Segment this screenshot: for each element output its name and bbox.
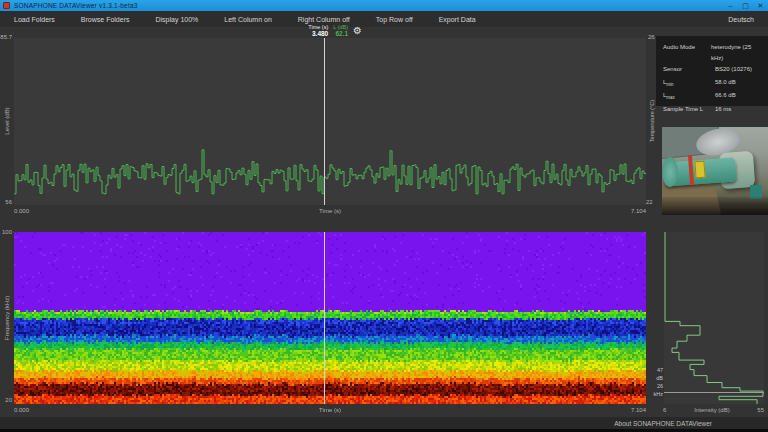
settings-gear-icon[interactable]: ⚙	[353, 24, 362, 37]
temp-y-min-label: 22	[646, 199, 653, 205]
level-y-axis-title: Level (dB)	[4, 107, 10, 134]
info-value-sensor: BS20 (10276)	[715, 64, 752, 77]
cursor-readout: Time (s) 3.480 L (dB) 62.1 ⚙	[198, 24, 362, 39]
level-x-axis-title: Time (s)	[319, 208, 341, 214]
info-value-lmax: 66.6 dB	[715, 90, 736, 103]
about-link[interactable]: About SONAPHONE DATAViewer	[614, 420, 712, 427]
menu-item-left-column-toggle[interactable]: Left Column on	[220, 14, 275, 25]
info-value-lmin: 58.0 dB	[715, 77, 736, 90]
spectrogram-chart[interactable]	[14, 232, 646, 404]
time-cursor-spectrogram[interactable]	[324, 232, 325, 404]
info-value-audio-mode: heterodyne (25 kHz)	[711, 42, 761, 64]
readout-level-value: 62.1	[335, 30, 348, 37]
freq-y-min-label: 20	[0, 397, 12, 403]
menu-item-display-zoom[interactable]: Display 100%	[152, 14, 203, 25]
photo-shadow	[662, 197, 768, 215]
readout-time-value: 3.480	[312, 30, 328, 37]
photo-label-plate	[694, 161, 705, 179]
cursor-intensity-value: 47	[648, 366, 663, 374]
cursor-intensity-unit: dB	[648, 374, 663, 382]
titlebar: SONAPHONE DATAViewer v1.3.1-beta3 – ▢ ✕	[0, 0, 768, 11]
photo-pump-flange	[662, 157, 678, 187]
menu-item-right-column-toggle[interactable]: Right Column off	[294, 14, 354, 25]
menu-item-language[interactable]: Deutsch	[724, 14, 758, 25]
info-row-audio-mode: Audio Mode heterodyne (25 kHz)	[663, 42, 761, 64]
menu-item-export-data[interactable]: Export Data	[435, 14, 480, 25]
hist-x-min-label: 6	[663, 407, 666, 413]
menubar: Load Folders Browse Folders Display 100%…	[0, 11, 768, 27]
maximize-button[interactable]: ▢	[738, 0, 753, 11]
cursor-frequency-value: 26	[648, 382, 663, 390]
window-title: SONAPHONE DATAViewer v1.3.1-beta3	[14, 2, 138, 9]
time-cursor-level[interactable]	[324, 38, 325, 205]
freq-y-max-label: 100	[0, 229, 12, 235]
temp-y-axis-title: Temperature (°C)	[649, 100, 655, 142]
spectro-x-axis-title: Time (s)	[319, 407, 341, 413]
info-row-sensor: Sensor BS20 (10276)	[663, 64, 761, 77]
close-button[interactable]: ✕	[753, 0, 768, 11]
cursor-frequency-unit: kHz	[648, 390, 663, 398]
level-x-min-label: 0.000	[14, 208, 29, 214]
app-window: SONAPHONE DATAViewer v1.3.1-beta3 – ▢ ✕ …	[0, 0, 768, 432]
statusbar: About SONAPHONE DATAViewer	[0, 417, 768, 429]
freq-y-axis-title: Frequency (kHz)	[4, 296, 10, 340]
spectro-x-max-label: 7.104	[631, 407, 646, 413]
spectro-x-min-label: 0.000	[14, 407, 29, 413]
intensity-histogram-steps	[664, 232, 764, 404]
app-icon	[3, 2, 10, 9]
level-y-max-label: 85.7	[0, 34, 12, 40]
menu-item-browse-folders[interactable]: Browse Folders	[77, 14, 134, 25]
measurement-info-panel: Audio Mode heterodyne (25 kHz) Sensor BS…	[656, 36, 768, 106]
menu-item-top-row-toggle[interactable]: Top Row off	[372, 14, 417, 25]
frequency-cursor-line[interactable]	[664, 392, 764, 393]
intensity-histogram[interactable]	[664, 232, 764, 404]
level-y-min-label: 56	[0, 199, 12, 205]
equipment-photo	[662, 127, 768, 215]
menu-item-load-folders[interactable]: Load Folders	[10, 14, 59, 25]
frequency-cursor-readout: 47 dB 26 kHz	[648, 366, 663, 398]
level-chart[interactable]	[14, 38, 646, 205]
hist-x-max-label: 55	[757, 407, 764, 413]
spectrogram-heatmap	[14, 232, 646, 404]
level-x-max-label: 7.104	[631, 208, 646, 214]
window-controls: – ▢ ✕	[723, 0, 768, 11]
info-row-lmax: Lmax 66.6 dB	[663, 90, 761, 103]
info-value-sample-time: 16 ms	[715, 104, 731, 117]
info-row-sample-time: Sample Time L 16 ms	[663, 104, 761, 117]
level-waveform	[14, 38, 646, 205]
minimize-button[interactable]: –	[723, 0, 738, 11]
hist-x-axis-title: Intensity (dB)	[694, 407, 729, 413]
info-row-lmin: Lmin 58.0 dB	[663, 77, 761, 90]
temp-y-max-label: 26	[648, 34, 655, 40]
